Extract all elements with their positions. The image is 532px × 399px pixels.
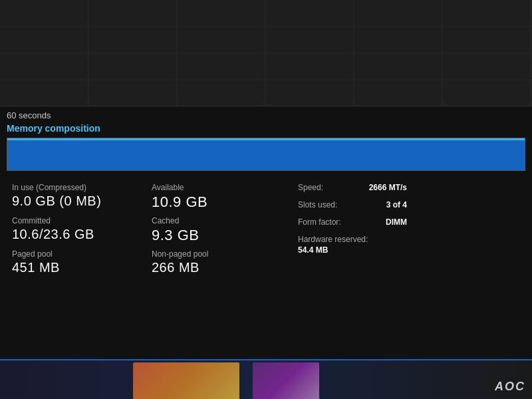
form-factor-spec: Form factor: DIMM: [298, 217, 407, 227]
hardware-reserved-label: Hardware reserved:: [298, 235, 407, 244]
slots-label: Slots used:: [298, 200, 337, 209]
available-stat: Available 10.9 GB: [146, 180, 246, 213]
slots-value: 3 of 4: [386, 200, 407, 209]
cached-value: 9.3 GB: [152, 227, 241, 244]
hardware-reserved-spec: Hardware reserved: 54.4 MB: [298, 235, 407, 255]
form-factor-value: DIMM: [386, 217, 407, 227]
cached-stat: Cached 9.3 GB: [146, 213, 246, 247]
stats-row-1: In use (Compressed) 9.0 GB (0 MB) Availa…: [7, 180, 293, 213]
memory-bar-highlight: [7, 138, 525, 140]
committed-stat: Committed 10.6/23.6 GB: [7, 213, 146, 247]
monitor-brand: AOC: [495, 380, 525, 394]
paged-pool-stat: Paged pool 451 MB: [7, 247, 146, 278]
slots-spec: Slots used: 3 of 4: [298, 200, 407, 209]
taskbar-preview-2: [253, 362, 319, 399]
in-use-stat: In use (Compressed) 9.0 GB (0 MB): [7, 180, 146, 213]
cached-label: Cached: [152, 216, 241, 225]
non-paged-pool-stat: Non-paged pool 266 MB: [146, 247, 266, 278]
speed-label: Speed:: [298, 183, 323, 192]
memory-stats-row: In use (Compressed) 9.0 GB (0 MB) Availa…: [0, 180, 532, 278]
non-paged-pool-label: Non-paged pool: [152, 249, 261, 259]
hardware-reserved-value: 54.4 MB: [298, 245, 407, 255]
section-title: Memory composition: [0, 122, 532, 138]
stats-row-3: Paged pool 451 MB Non-paged pool 266 MB: [7, 247, 293, 278]
in-use-value: 9.0 GB (0 MB): [12, 194, 141, 209]
memory-bar-fill: [7, 138, 525, 170]
specs-column: Speed: 2666 MT/s Slots used: 3 of 4 Form…: [293, 180, 412, 278]
time-label: 60 seconds: [0, 106, 532, 122]
memory-stats-panel: 60 seconds Memory composition In use (Co…: [0, 106, 532, 359]
speed-spec: Speed: 2666 MT/s: [298, 183, 407, 192]
taskbar: [0, 359, 532, 399]
left-stats-column: In use (Compressed) 9.0 GB (0 MB) Availa…: [7, 180, 293, 278]
paged-pool-label: Paged pool: [12, 249, 141, 259]
available-value: 10.9 GB: [152, 194, 241, 211]
taskbar-preview-1: [133, 362, 239, 399]
performance-graph: [0, 0, 532, 106]
memory-composition-bar: [7, 138, 525, 171]
paged-pool-value: 451 MB: [12, 260, 141, 275]
stats-row-2: Committed 10.6/23.6 GB Cached 9.3 GB: [7, 213, 293, 247]
task-manager-screen: 60 seconds Memory composition In use (Co…: [0, 0, 532, 399]
speed-value: 2666 MT/s: [369, 183, 407, 192]
committed-value: 10.6/23.6 GB: [12, 227, 141, 242]
non-paged-pool-value: 266 MB: [152, 260, 261, 275]
form-factor-label: Form factor:: [298, 217, 341, 227]
in-use-label: In use (Compressed): [12, 183, 141, 192]
committed-label: Committed: [12, 216, 141, 225]
available-label: Available: [152, 183, 241, 192]
